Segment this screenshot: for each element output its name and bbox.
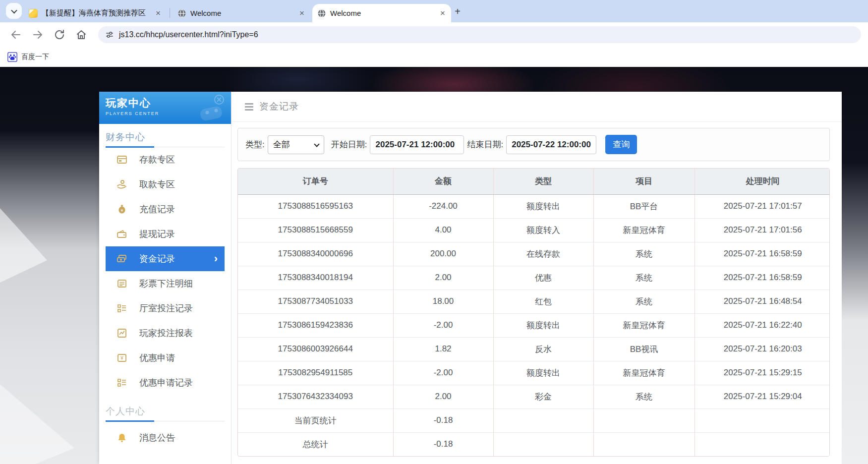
cell-time: 2025-07-21 16:48:54 [694, 290, 830, 313]
cell-order-no: 1753086003926644 [238, 337, 393, 361]
cell-time: 2025-07-21 16:58:59 [694, 242, 830, 266]
address-bar[interactable]: js13.cc/hhcp/usercenter.html?iniType=6 [98, 26, 861, 43]
type-select-value: 全部 [273, 139, 290, 150]
tab-title: Welcome [190, 9, 294, 17]
cell-type: 优惠 [493, 266, 593, 290]
column-header-project: 项目 [593, 169, 694, 194]
sidebar-item-player-bet-report[interactable]: 玩家投注报表 [106, 321, 225, 346]
cell-time: 2025-07-21 16:22:40 [694, 313, 830, 337]
start-date-input[interactable] [370, 135, 464, 154]
globe-icon [317, 9, 326, 18]
background-right-decor [842, 67, 868, 464]
back-icon[interactable] [10, 29, 22, 41]
type-label: 类型: [245, 139, 265, 150]
page-background: 玩家中心 PLAYERS CENTER 财务中心 存款专区 取款专区 ¥ 充值记… [0, 67, 868, 464]
hamburger-icon[interactable] [245, 103, 253, 111]
cell-project: 系统 [593, 290, 694, 313]
cell-order-no: 当前页统计 [238, 408, 393, 432]
url-text: js13.cc/hhcp/usercenter.html?iniType=6 [119, 30, 258, 39]
table-row: 1753088516595163 -224.00 额度转出 BB平台 2025-… [238, 194, 830, 218]
cell-amount: -0.18 [393, 408, 493, 432]
bookmark-baidu[interactable]: 百度一下 [7, 52, 49, 62]
table-row: 1753086159423836 -2.00 额度转出 新皇冠体育 2025-0… [238, 313, 830, 337]
browser-tab-2[interactable]: Welcome × [173, 4, 310, 22]
cell-amount: 18.00 [393, 290, 493, 313]
cell-type: 彩金 [493, 385, 593, 408]
sidebar-item-funds-record[interactable]: 资金记录 › [106, 246, 225, 271]
home-icon[interactable] [75, 29, 87, 41]
cell-time: 2025-07-21 17:01:56 [694, 218, 830, 242]
table-row: 1753086003926644 1.82 反水 BB视讯 2025-07-21… [238, 337, 830, 361]
sidebar-item-label: 提现记录 [139, 228, 175, 240]
browser-toolbar: js13.cc/hhcp/usercenter.html?iniType=6 [0, 22, 868, 47]
sidebar-item-label: 资金记录 [139, 253, 175, 265]
sidebar-item-withdraw[interactable]: 取款专区 [106, 172, 225, 197]
funds-table: 订单号 金额 类型 项目 处理时间 1753088516595163 -224.… [237, 168, 830, 457]
cell-project: 系统 [593, 266, 694, 290]
main-header: 资金记录 [231, 92, 842, 122]
column-header-time: 处理时间 [694, 169, 830, 194]
section-underline [106, 421, 225, 421]
sidebar-item-deposit[interactable]: 存款专区 [106, 147, 225, 172]
site-settings-icon[interactable] [105, 30, 114, 39]
reload-icon[interactable] [54, 29, 65, 41]
table-row: 总统计 -0.18 [238, 432, 830, 456]
sidebar-item-label: 优惠申请 [139, 352, 175, 364]
section-label: 个人中心 [106, 405, 225, 418]
sidebar-item-label: 厅室投注记录 [139, 302, 193, 314]
sidebar: 玩家中心 PLAYERS CENTER 财务中心 存款专区 取款专区 ¥ 充值记… [99, 92, 231, 464]
sidebar-item-lottery-bet-detail[interactable]: 彩票下注明细 [106, 271, 225, 296]
close-icon[interactable]: × [298, 8, 305, 18]
tab-title: Welcome [330, 9, 435, 17]
cell-project: 新皇冠体育 [593, 218, 694, 242]
new-tab-button[interactable]: + [452, 6, 463, 17]
sidebar-item-promo-record[interactable]: 优惠申请记录 [106, 370, 225, 395]
bell-icon [116, 432, 127, 443]
sidebar-item-label: 玩家投注报表 [139, 327, 193, 339]
cell-project: 新皇冠体育 [593, 313, 694, 337]
cell-order-no: 1753076432334093 [238, 385, 393, 408]
start-date-label: 开始日期: [331, 139, 367, 150]
document-list-icon [116, 278, 127, 289]
cell-amount: -224.00 [393, 194, 493, 218]
forward-icon[interactable] [32, 29, 44, 41]
type-select[interactable]: 全部 [268, 135, 324, 154]
end-date-label: 结束日期: [467, 139, 503, 150]
end-date-input[interactable] [506, 135, 596, 154]
query-button[interactable]: 查询 [605, 135, 637, 154]
sidebar-item-promo-apply[interactable]: ¥ 优惠申请 [106, 346, 225, 370]
grid-list-icon [116, 377, 127, 388]
sidebar-item-withdrawal-record[interactable]: 提现记录 [106, 222, 225, 246]
sidebar-item-label: 消息公告 [139, 432, 175, 444]
sidebar-section-personal: 个人中心 [99, 395, 231, 421]
sidebar-item-notice[interactable]: 消息公告 [106, 425, 225, 450]
close-icon[interactable]: × [155, 8, 162, 18]
table-body: 1753088516595163 -224.00 额度转出 BB平台 2025-… [238, 194, 830, 456]
chart-icon [116, 328, 127, 339]
tab-search-button[interactable] [6, 3, 22, 19]
browser-tab-1[interactable]: 【新提醒】海燕体育预测推荐区 × [24, 4, 167, 22]
sidebar-item-recharge-record[interactable]: ¥ 充值记录 [106, 197, 225, 222]
cell-amount: -2.00 [393, 361, 493, 385]
chevron-down-icon [11, 7, 17, 13]
table-header-row: 订单号 金额 类型 项目 处理时间 [238, 169, 830, 194]
cell-time: 2025-07-21 16:20:03 [694, 337, 830, 361]
cell-amount: 200.00 [393, 242, 493, 266]
deposit-card-icon [116, 154, 127, 165]
bookmark-label: 百度一下 [21, 53, 49, 61]
cell-project: BB视讯 [593, 337, 694, 361]
page-title: 资金记录 [259, 100, 299, 113]
cell-time: 2025-07-21 15:29:04 [694, 385, 830, 408]
cell-order-no: 1753082954911585 [238, 361, 393, 385]
cell-project [593, 432, 694, 456]
sidebar-item-hall-bet-record[interactable]: 厅室投注记录 [106, 296, 225, 321]
browser-tab-3-active[interactable]: Welcome × [312, 4, 451, 22]
table-row: 1753087734051033 18.00 红包 系统 2025-07-21 … [238, 290, 830, 313]
section-label: 财务中心 [106, 131, 225, 144]
cell-amount: 4.00 [393, 218, 493, 242]
grid-list-icon [116, 303, 127, 314]
cell-type: 额度转出 [493, 313, 593, 337]
cell-order-no: 1753088340018194 [238, 266, 393, 290]
tab-strip: 【新提醒】海燕体育预测推荐区 × Welcome × Welcome × + [0, 0, 868, 22]
close-icon[interactable]: × [439, 8, 446, 18]
